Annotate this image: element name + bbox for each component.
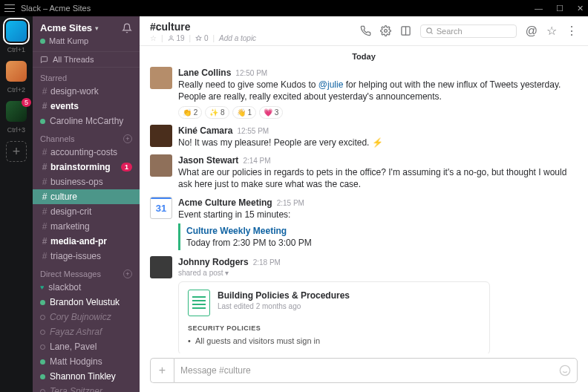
add-topic[interactable]: Add a topic — [219, 34, 256, 42]
sidebar: Acme Sites ▾ Matt Kump All Threads Starr… — [33, 16, 140, 392]
sidebar-item-accounting-costs[interactable]: #accounting-costs — [33, 145, 140, 160]
add-dm-button[interactable]: + — [123, 270, 132, 278]
chevron-down-icon: ▾ — [95, 24, 99, 32]
message: Johnny Rodgers2:18 PMshared a post ▾Buil… — [150, 253, 578, 353]
avatar[interactable] — [150, 256, 172, 278]
pin-count[interactable]: 0 — [195, 34, 208, 42]
sidebar-item-fayaz-ashraf[interactable]: Fayaz Ashraf — [33, 324, 140, 339]
document-icon — [188, 290, 210, 316]
message: Kiné Camara12:55 PMNo! It was my pleasur… — [150, 122, 578, 151]
sidebar-item-culture[interactable]: #culture — [33, 189, 140, 204]
message-list: Today Lane Collins12:50 PMReally need to… — [140, 46, 588, 353]
close-button[interactable]: ✕ — [577, 4, 584, 13]
reaction[interactable]: 👋 1 — [232, 106, 256, 119]
message-author[interactable]: Kiné Camara — [178, 125, 232, 137]
section-starred: Starred — [33, 68, 140, 84]
reaction[interactable]: 👏 2 — [178, 106, 202, 119]
mention[interactable]: @julie — [318, 79, 344, 90]
team-1[interactable] — [6, 21, 27, 42]
message-time: 12:55 PM — [237, 126, 269, 137]
mentions-icon[interactable]: @ — [526, 24, 538, 38]
attachment-sub: Today from 2:30 PM to 3:00 PM — [186, 237, 578, 249]
sidebar-item-brainstorming[interactable]: #brainstorming1 — [33, 160, 140, 174]
sidebar-item-cory-bujnowicz[interactable]: Cory Bujnowicz — [33, 310, 140, 324]
message-author[interactable]: Lane Collins — [178, 67, 231, 79]
svg-point-4 — [427, 28, 431, 33]
team-3[interactable]: 5 — [6, 101, 27, 122]
minimize-button[interactable]: — — [535, 4, 543, 13]
message: Lane Collins12:50 PMReally need to give … — [150, 64, 578, 122]
member-count[interactable]: 19 — [168, 34, 185, 42]
workspace-switcher[interactable]: Acme Sites ▾ — [33, 16, 140, 36]
star-icon[interactable]: ☆ — [150, 34, 157, 42]
user-name: Matt Kump — [49, 36, 88, 45]
sidebar-item-caroline-mccarthy[interactable]: Caroline McCarthy — [33, 114, 140, 128]
titlebar: Slack – Acme Sites — ☐ ✕ — [0, 0, 588, 16]
section-dms: Direct Messages + — [33, 264, 140, 280]
bell-icon[interactable] — [122, 23, 132, 33]
presence-dot — [40, 39, 45, 44]
user-presence[interactable]: Matt Kump — [33, 36, 140, 51]
message: Jason Stewart2:14 PMWhat are our policie… — [150, 151, 578, 194]
sidebar-item-marketing[interactable]: #marketing — [33, 219, 140, 234]
team-2[interactable] — [6, 61, 27, 82]
svg-point-1 — [384, 30, 387, 33]
workspace-name: Acme Sites — [40, 22, 92, 33]
all-threads[interactable]: All Threads — [33, 51, 140, 68]
sidebar-item-lane-pavel[interactable]: Lane, Pavel — [33, 339, 140, 354]
section-channels: Channels + — [33, 128, 140, 145]
channel-header: #culture ☆ | 19 | 0 | Add a topic — [140, 16, 588, 46]
attach-button[interactable]: + — [150, 358, 174, 383]
sidebar-item-business-ops[interactable]: #business-ops — [33, 174, 140, 189]
emoji-button[interactable] — [559, 365, 571, 376]
search-input[interactable]: Search — [420, 24, 517, 38]
sidebar-item-slackbot[interactable]: ♥slackbot — [33, 280, 140, 295]
add-channel-button[interactable]: + — [123, 134, 132, 143]
star-toolbar-icon[interactable]: ☆ — [546, 24, 557, 38]
sidebar-item-design-crit[interactable]: #design-crit — [33, 204, 140, 219]
sidebar-item-tera-spitzner[interactable]: Tera Spitzner — [33, 384, 140, 392]
post-card[interactable]: Building Policies & ProceduresLast edite… — [178, 281, 490, 353]
reaction[interactable]: ✨ 8 — [205, 106, 229, 119]
avatar[interactable] — [150, 125, 172, 147]
phone-icon[interactable] — [360, 25, 371, 36]
team-rail: Ctrl+1Ctrl+25Ctrl+3+ — [0, 16, 33, 392]
avatar[interactable] — [150, 154, 172, 177]
message: 31Acme Culture Meeting2:15 PMEvent start… — [150, 194, 578, 254]
sidebar-item-shannon-tinkley[interactable]: Shannon Tinkley — [33, 369, 140, 384]
gear-icon[interactable] — [380, 25, 391, 36]
reaction[interactable]: 💗 3 — [259, 106, 283, 119]
calendar-icon: 31 — [150, 197, 172, 219]
message-sub: shared a post ▾ — [178, 268, 578, 278]
more-icon[interactable]: ⋮ — [566, 24, 578, 38]
composer: + Message #culture — [140, 353, 588, 392]
avatar[interactable] — [150, 67, 172, 89]
message-author[interactable]: Johnny Rodgers — [178, 256, 249, 268]
details-icon[interactable] — [400, 25, 411, 36]
message-author[interactable]: Acme Culture Meeting — [178, 197, 272, 209]
window-title: Slack – Acme Sites — [21, 4, 91, 13]
add-team-button[interactable]: + — [6, 141, 27, 162]
svg-line-5 — [431, 33, 432, 34]
date-divider: Today — [150, 49, 578, 64]
menu-icon[interactable] — [4, 4, 15, 12]
svg-point-6 — [560, 365, 569, 375]
message-input[interactable]: Message #culture — [174, 358, 578, 383]
sidebar-item-brandon-velustuk[interactable]: Brandon Velustuk — [33, 295, 140, 310]
maximize-button[interactable]: ☐ — [556, 4, 564, 13]
message-author[interactable]: Jason Stewart — [178, 154, 238, 166]
channel-name: #culture — [150, 21, 360, 33]
sidebar-item-triage-issues[interactable]: #triage-issues — [33, 249, 140, 264]
sidebar-item-events[interactable]: #events — [33, 99, 140, 114]
sidebar-item-media-and-pr[interactable]: #media-and-pr — [33, 234, 140, 249]
message-time: 12:50 PM — [235, 68, 267, 79]
svg-point-0 — [170, 36, 172, 38]
message-time: 2:18 PM — [253, 258, 281, 268]
sidebar-item-design-work[interactable]: #design-work — [33, 84, 140, 99]
message-time: 2:15 PM — [277, 198, 304, 209]
sidebar-item-matt-hodgins[interactable]: Matt Hodgins — [33, 354, 140, 369]
message-time: 2:14 PM — [243, 156, 270, 166]
main-pane: #culture ☆ | 19 | 0 | Add a topic — [140, 16, 588, 392]
attachment-title[interactable]: Culture Weekly Meeting — [186, 225, 578, 237]
